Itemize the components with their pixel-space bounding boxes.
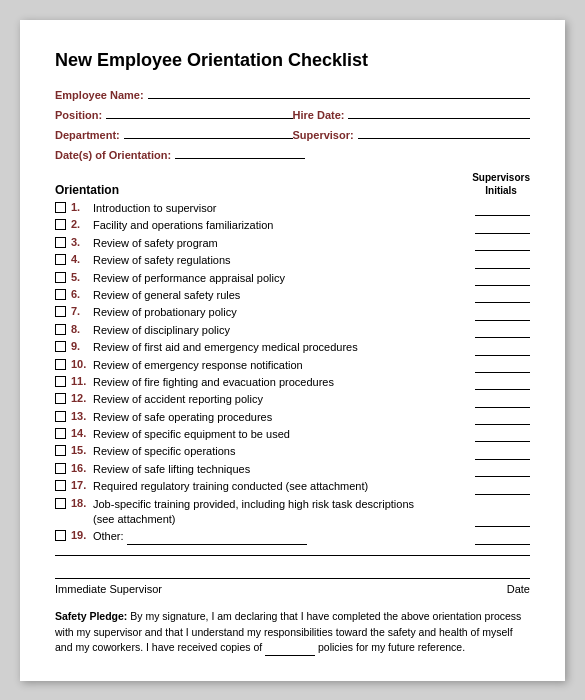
checkbox-17[interactable] — [55, 480, 66, 491]
initials-line-11[interactable] — [475, 376, 530, 390]
item-number: 4. — [71, 253, 93, 265]
checkbox-6[interactable] — [55, 289, 66, 300]
checkbox-15[interactable] — [55, 445, 66, 456]
item-text: Review of accident reporting policy — [93, 392, 467, 407]
employee-name-field[interactable] — [148, 85, 530, 99]
initials-line-3[interactable] — [475, 237, 530, 251]
checkbox-14[interactable] — [55, 428, 66, 439]
item-number: 1. — [71, 201, 93, 213]
checklist-item: 13.Review of safe operating procedures — [55, 410, 530, 425]
item-number: 9. — [71, 340, 93, 352]
department-field[interactable] — [124, 125, 293, 139]
item-number: 11. — [71, 375, 93, 387]
item-text: Review of safe lifting techniques — [93, 462, 467, 477]
checkbox-10[interactable] — [55, 359, 66, 370]
initials-line-19[interactable] — [475, 531, 530, 545]
item-text: Review of fire fighting and evacuation p… — [93, 375, 467, 390]
date-label: Date — [507, 583, 530, 595]
checkbox-8[interactable] — [55, 324, 66, 335]
page-title: New Employee Orientation Checklist — [55, 50, 530, 71]
item-number: 6. — [71, 288, 93, 300]
initials-line-6[interactable] — [475, 289, 530, 303]
checkbox-2[interactable] — [55, 219, 66, 230]
initials-line-7[interactable] — [475, 307, 530, 321]
checklist-item: 9.Review of first aid and emergency medi… — [55, 340, 530, 355]
item-text: Review of first aid and emergency medica… — [93, 340, 467, 355]
item-text: Review of safety program — [93, 236, 467, 251]
initials-line-9[interactable] — [475, 342, 530, 356]
item-number: 8. — [71, 323, 93, 335]
item-text: Facility and operations familiarization — [93, 218, 467, 233]
initials-line-8[interactable] — [475, 324, 530, 338]
dates-field[interactable] — [175, 145, 305, 159]
checkbox-16[interactable] — [55, 463, 66, 474]
hire-date-label: Hire Date: — [293, 109, 345, 121]
item-text: Review of probationary policy — [93, 305, 467, 320]
item-number: 2. — [71, 218, 93, 230]
checkbox-18[interactable] — [55, 498, 66, 509]
checkbox-3[interactable] — [55, 237, 66, 248]
checklist-item: 4.Review of safety regulations — [55, 253, 530, 268]
checkbox-13[interactable] — [55, 411, 66, 422]
employee-name-label: Employee Name: — [55, 89, 144, 101]
checklist-item: 12.Review of accident reporting policy — [55, 392, 530, 407]
checklist-section-label: Orientation — [55, 183, 119, 197]
checklist-item: 10.Review of emergency response notifica… — [55, 358, 530, 373]
checklist-item: 1.Introduction to supervisor — [55, 201, 530, 216]
item-number: 3. — [71, 236, 93, 248]
supervisor-field[interactable] — [358, 125, 530, 139]
item-text: Review of disciplinary policy — [93, 323, 467, 338]
initials-line-17[interactable] — [475, 481, 530, 495]
checkbox-19[interactable] — [55, 530, 66, 541]
initials-line-10[interactable] — [475, 359, 530, 373]
signature-section: Immediate Supervisor Date — [55, 578, 530, 595]
item-number: 7. — [71, 305, 93, 317]
item-text: Review of safe operating procedures — [93, 410, 467, 425]
initials-line-14[interactable] — [475, 428, 530, 442]
document-page: New Employee Orientation Checklist Emplo… — [20, 20, 565, 681]
initials-line-13[interactable] — [475, 411, 530, 425]
checklist-item: 6.Review of general safety rules — [55, 288, 530, 303]
initials-line-1[interactable] — [475, 202, 530, 216]
checklist-item: 3.Review of safety program — [55, 236, 530, 251]
initials-line-18[interactable] — [475, 513, 530, 527]
initials-line-15[interactable] — [475, 446, 530, 460]
item-number: 13. — [71, 410, 93, 422]
checkbox-11[interactable] — [55, 376, 66, 387]
safety-pledge-blank[interactable] — [265, 643, 315, 656]
checkbox-9[interactable] — [55, 341, 66, 352]
checkbox-1[interactable] — [55, 202, 66, 213]
checklist-header: Orientation SupervisorsInitials — [55, 171, 530, 197]
checklist-item: 15.Review of specific operations — [55, 444, 530, 459]
supervisor-signature-label: Immediate Supervisor — [55, 583, 162, 595]
checkbox-7[interactable] — [55, 306, 66, 317]
item-number: 17. — [71, 479, 93, 491]
checklist-item: 16.Review of safe lifting techniques — [55, 462, 530, 477]
item-number: 18. — [71, 497, 93, 509]
item-number: 19. — [71, 529, 93, 541]
checklist-item: 14.Review of specific equipment to be us… — [55, 427, 530, 442]
item-text: Review of general safety rules — [93, 288, 467, 303]
initials-line-5[interactable] — [475, 272, 530, 286]
initials-line-16[interactable] — [475, 463, 530, 477]
initials-line-2[interactable] — [475, 220, 530, 234]
supervisors-initials-label: SupervisorsInitials — [472, 171, 530, 197]
item-text: Review of performance appraisal policy — [93, 271, 467, 286]
checkbox-5[interactable] — [55, 272, 66, 283]
position-label: Position: — [55, 109, 102, 121]
checklist-item: 11.Review of fire fighting and evacuatio… — [55, 375, 530, 390]
item-number: 10. — [71, 358, 93, 370]
position-field[interactable] — [106, 105, 292, 119]
initials-line-4[interactable] — [475, 255, 530, 269]
item-number: 15. — [71, 444, 93, 456]
initials-line-12[interactable] — [475, 394, 530, 408]
checklist-item: 7.Review of probationary policy — [55, 305, 530, 320]
checkbox-4[interactable] — [55, 254, 66, 265]
hire-date-field[interactable] — [348, 105, 530, 119]
form-fields: Employee Name: Position: Hire Date: Depa… — [55, 85, 530, 161]
item-text: Other: — [93, 529, 467, 544]
dates-label: Date(s) of Orientation: — [55, 149, 171, 161]
checkbox-12[interactable] — [55, 393, 66, 404]
department-label: Department: — [55, 129, 120, 141]
item-number: 16. — [71, 462, 93, 474]
